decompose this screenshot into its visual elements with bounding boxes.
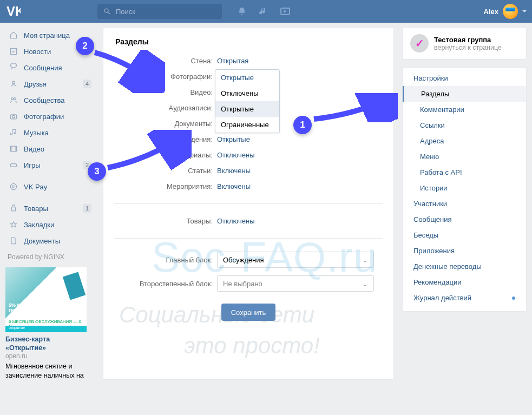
star-icon [9,220,18,229]
nav-count: 4 [83,80,91,88]
topbar: VK Alex [0,0,532,23]
bell-icon[interactable] [237,6,247,16]
svg-point-7 [12,81,15,84]
nav-video[interactable]: Видео [5,141,95,157]
powered-by-label: Powered by NGINX [5,249,95,267]
settings-item-members[interactable]: Участники [403,196,526,212]
svg-point-8 [11,98,14,100]
nav-goods[interactable]: Товары1 [5,200,95,216]
dropdown-option[interactable]: Открытые [215,101,279,117]
settings-item-addresses[interactable]: Адреса [403,133,526,149]
ad-img-brand: открытие [5,326,87,332]
settings-item-settings[interactable]: Настройки [403,70,526,86]
select-main-block[interactable]: Обсуждения ⌄ [217,252,374,268]
photos-dropdown: Открытые Отключены Открытые Ограниченные [215,69,280,133]
label-main-block: Главный блок: [114,256,217,264]
ad-block[interactable]: 5% КЭШБЭК ПО БИЗНЕС-КАРТЕ 6 МЕСЯЦЕВ ОБСЛ… [5,267,87,380]
settings-item-chats[interactable]: Беседы [403,227,526,243]
label-video: Видео: [114,88,217,96]
settings-item-links[interactable]: Ссылки [403,117,526,133]
doc-icon [9,236,18,246]
value-discussions[interactable]: Открытые [217,135,383,143]
dropdown-option[interactable]: Отключены [215,85,279,101]
settings-item-log[interactable]: Журнал действий [403,290,526,306]
svg-rect-15 [10,164,16,167]
select-secondary-block-placeholder: Не выбрано [223,280,262,288]
search-input[interactable] [116,8,216,16]
label-wall: Стена: [114,57,217,65]
ad-image: 5% КЭШБЭК ПО БИЗНЕС-КАРТЕ 6 МЕСЯЦЕВ ОБСЛ… [5,267,87,332]
value-articles[interactable]: Включены [217,167,383,175]
home-icon [9,30,18,40]
ad-title: Бизнес-карта «Открытие» [5,332,87,352]
nav-photos[interactable]: Фотографии [5,108,95,124]
value-photos[interactable]: Открытые Открытые Отключены Открытые Огр… [217,73,383,81]
value-wall[interactable]: Открытая [217,57,383,65]
dropdown-option[interactable]: Открытые [215,70,279,85]
nav-label: Закладки [24,221,54,229]
settings-item-reco[interactable]: Рекомендации [403,274,526,290]
label-photos: Фотографии: [114,73,217,81]
nav-friends[interactable]: Друзья4 [5,76,95,92]
gamepad-icon [9,160,18,170]
nav-games[interactable]: Игры2 [5,157,95,173]
search-icon [103,6,111,16]
annotation-bubble-2: 2 [76,37,94,55]
note-icon [9,128,18,137]
top-icons [237,6,290,16]
select-main-block-value: Обсуждения [223,256,264,264]
label-events: Мероприятия: [114,182,217,190]
nav-documents[interactable]: Документы [5,233,95,249]
svg-text:₽: ₽ [12,185,15,189]
nav-bookmarks[interactable]: Закладки [5,216,95,233]
settings-item-comments[interactable]: Комментарии [403,102,526,117]
main-settings-card: Разделы Стена: Открытая Фотографии: Откр… [103,27,394,380]
avatar-icon [503,4,518,19]
nav-label: Фотографии [24,113,64,121]
group-title: Тестовая группа [434,36,502,44]
settings-item-sections[interactable]: Разделы [403,86,526,102]
news-icon [9,47,18,56]
user-menu[interactable]: Alex [484,4,527,19]
value-materials[interactable]: Отключены [217,151,383,159]
nav-communities[interactable]: Сообщества [5,92,95,108]
music-icon[interactable] [259,6,268,16]
video-play-icon[interactable] [280,8,290,15]
bag-icon [9,203,18,213]
settings-item-apps[interactable]: Приложения [403,243,526,259]
nav-label: Новости [24,48,51,56]
nav-label: Игры [24,161,41,169]
value-events[interactable]: Включены [217,182,383,190]
settings-item-stories[interactable]: Истории [403,180,526,196]
nav-music[interactable]: Музыка [5,124,95,141]
settings-item-api[interactable]: Работа с API [403,164,526,180]
dropdown-option[interactable]: Ограниченные [215,117,279,133]
chevron-down-icon [522,10,527,12]
film-icon [9,144,18,154]
nav-vkpay[interactable]: ₽VK Pay [5,179,95,195]
nav-label: Товары [24,205,48,213]
save-button[interactable]: Сохранить [221,304,276,321]
annotation-bubble-3: 3 [88,162,106,181]
select-secondary-block[interactable]: Не выбрано ⌄ [217,275,374,292]
right-column: ✓ Тестовая группа вернуться к странице Н… [402,27,527,380]
ad-img-band: 6 МЕСЯЦЕВ ОБСЛУЖИВАНИЯ — 0 ₽ [5,318,87,326]
back-to-page-link[interactable]: вернуться к странице [434,44,502,51]
label-docs: Документы: [114,120,217,128]
vk-logo-icon[interactable]: VK [6,4,22,19]
settings-item-money[interactable]: Денежные переводы [403,259,526,274]
nav-messages[interactable]: Сообщения [5,60,95,76]
settings-item-menu[interactable]: Меню [403,149,526,164]
nav-label: VK Pay [24,183,47,191]
settings-item-log-label: Журнал действий [413,294,471,302]
annotation-bubble-1: 1 [293,116,312,134]
settings-item-messages[interactable]: Сообщения [403,212,526,227]
svg-rect-12 [10,146,16,151]
svg-point-1 [104,9,108,12]
value-goods[interactable]: Отключены [217,217,383,225]
svg-line-2 [108,12,110,14]
label-articles: Статьи: [114,167,217,175]
nav-label: Моя страница [24,31,70,39]
search-field[interactable] [97,4,222,19]
svg-point-11 [12,115,15,118]
